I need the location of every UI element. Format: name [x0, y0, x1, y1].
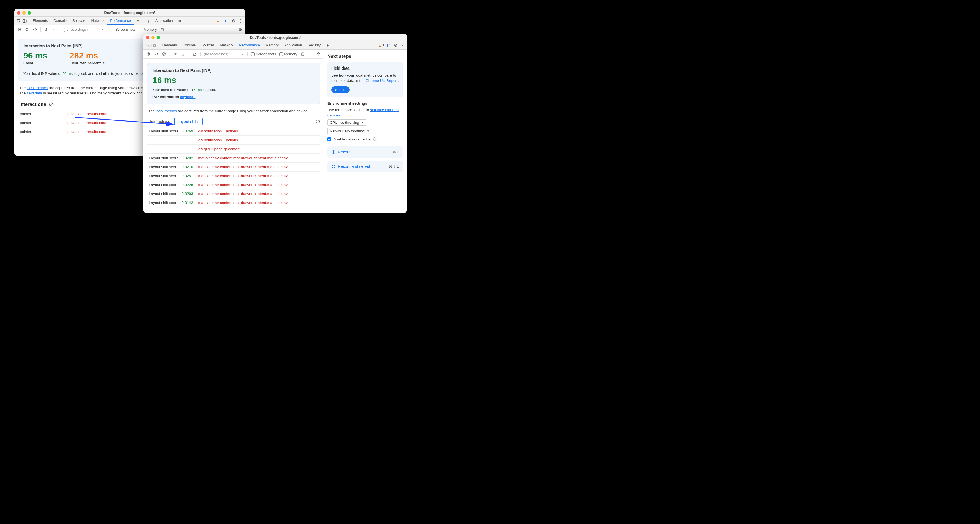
- record-action[interactable]: Record ⌘ E: [327, 147, 403, 158]
- download-icon[interactable]: [181, 52, 185, 56]
- inp-local-value: 96 ms: [24, 51, 47, 61]
- kebab-icon[interactable]: ⋮: [400, 43, 405, 48]
- upload-icon[interactable]: [44, 27, 49, 32]
- inspect-icon[interactable]: [145, 43, 151, 48]
- panel-settings-icon[interactable]: ⚙: [317, 51, 320, 56]
- settings-icon[interactable]: ⚙: [232, 18, 235, 24]
- tab-application[interactable]: Application: [282, 41, 305, 49]
- perf-toolbar: (no recordings) ▼ Screenshots Memory ⚙: [143, 50, 323, 59]
- shift-selector: mat-sidenav-content.mat-drawer-content.m…: [198, 201, 319, 205]
- window-title: DevTools - fonts.google.com/: [14, 11, 245, 15]
- local-metrics-link[interactable]: local metrics: [27, 86, 48, 90]
- record-reload-label: Record and reload: [338, 164, 370, 169]
- table-row[interactable]: Layout shift score: 0.0228 mat-sidenav-c…: [147, 180, 320, 190]
- inp-interaction-link[interactable]: keyboard: [180, 95, 196, 99]
- record-icon[interactable]: [17, 27, 22, 32]
- kebab-icon[interactable]: ⋮: [238, 18, 243, 24]
- disable-cache-label: Disable network cache: [332, 137, 371, 141]
- table-row[interactable]: Layout shift score: 0.0203 mat-sidenav-c…: [147, 190, 320, 198]
- shift-selector: div.notification__actions: [198, 138, 319, 142]
- settings-icon[interactable]: ⚙: [394, 43, 398, 48]
- svg-rect-17: [302, 53, 304, 55]
- screenshots-checkbox[interactable]: Screenshots: [111, 27, 135, 32]
- table-row[interactable]: div.gf-full-page.gf-content: [147, 145, 320, 154]
- help-icon[interactable]: ?: [374, 137, 377, 141]
- device-toolbar-icon[interactable]: [22, 18, 27, 24]
- table-row[interactable]: Layout shift score: 0.0270 mat-sidenav-c…: [147, 162, 320, 172]
- record-label: Record: [338, 150, 350, 154]
- shift-selector: mat-sidenav-content.mat-drawer-content.m…: [198, 156, 319, 160]
- record-shortcut: ⌘ E: [393, 150, 399, 154]
- tab-security[interactable]: Security: [305, 41, 323, 49]
- reload-icon[interactable]: [25, 27, 29, 32]
- screenshots-checkbox[interactable]: Screenshots: [251, 52, 276, 56]
- recordings-dropdown[interactable]: (no recordings) ▼: [64, 27, 103, 32]
- cpu-throttle-select[interactable]: CPU: No throttling▼: [327, 119, 366, 126]
- more-tabs-icon[interactable]: ≫: [324, 43, 331, 48]
- more-tabs-icon[interactable]: ≫: [176, 19, 183, 23]
- inp-interaction: INP interaction keyboard: [153, 94, 315, 100]
- interaction-type: pointer: [20, 121, 67, 125]
- tab-performance[interactable]: Performance: [236, 41, 262, 49]
- tab-elements[interactable]: Elements: [30, 17, 51, 25]
- memory-checkbox[interactable]: Memory: [139, 27, 157, 32]
- download-icon[interactable]: [52, 27, 56, 32]
- field-data-title: Field data: [331, 66, 399, 70]
- setup-button[interactable]: Set up: [331, 86, 350, 93]
- window-title: DevTools - fonts.google.com/: [143, 35, 407, 40]
- device-toolbar-icon[interactable]: [151, 43, 156, 48]
- disable-cache-checkbox[interactable]: [327, 137, 331, 141]
- tab-interactions[interactable]: Interactions: [147, 118, 173, 126]
- panel-settings-icon[interactable]: ⚙: [239, 27, 242, 32]
- tab-memory[interactable]: Memory: [134, 17, 153, 25]
- record-reload-action[interactable]: Record and reload ⌘ ⇧ E: [327, 161, 403, 172]
- sub-tablist: Interactions Layout shifts: [147, 116, 320, 127]
- table-row[interactable]: Layout shift score: 0.0142 mat-sidenav-c…: [147, 198, 320, 207]
- env-settings: Environment settings Use the device tool…: [327, 101, 403, 143]
- issues-badge[interactable]: ▮1: [387, 43, 391, 47]
- network-throttle-select[interactable]: Network: No throttling▼: [327, 128, 372, 134]
- svg-line-9: [50, 103, 53, 105]
- field-data-link[interactable]: field data: [27, 91, 42, 95]
- tab-performance[interactable]: Performance: [107, 17, 134, 25]
- tab-elements[interactable]: Elements: [159, 41, 180, 49]
- tab-memory[interactable]: Memory: [263, 41, 282, 49]
- shift-selector: mat-sidenav-content.mat-drawer-content.m…: [198, 183, 319, 187]
- table-row[interactable]: Layout shift score: 0.0251 mat-sidenav-c…: [147, 172, 320, 180]
- record-icon[interactable]: [146, 52, 151, 56]
- reload-icon[interactable]: [154, 52, 158, 56]
- gc-icon[interactable]: [301, 52, 305, 56]
- tab-sources[interactable]: Sources: [199, 41, 218, 49]
- clear-icon[interactable]: [33, 27, 37, 32]
- warnings-badge[interactable]: ▲1: [378, 43, 385, 48]
- recordings-dropdown[interactable]: (no recordings) ▼: [204, 52, 244, 56]
- shift-selector: mat-sidenav-content.mat-drawer-content.m…: [198, 165, 319, 169]
- tab-sources[interactable]: Sources: [70, 17, 89, 25]
- home-icon[interactable]: [192, 52, 197, 56]
- local-metrics-link[interactable]: local metrics: [156, 109, 177, 113]
- warnings-badge[interactable]: ▲2: [216, 19, 223, 23]
- svg-rect-12: [154, 45, 155, 47]
- tab-application[interactable]: Application: [153, 17, 176, 25]
- crux-link[interactable]: Chrome UX Report: [366, 78, 398, 83]
- tab-network[interactable]: Network: [218, 41, 237, 49]
- upload-icon[interactable]: [173, 52, 178, 56]
- tab-layout-shifts[interactable]: Layout shifts: [174, 118, 203, 126]
- table-row[interactable]: Layout shift score: 0.0269 div.notificat…: [147, 127, 320, 136]
- tab-network[interactable]: Network: [89, 17, 108, 25]
- block-icon[interactable]: [315, 119, 320, 124]
- table-row[interactable]: Layout shift score: 0.0282 mat-sidenav-c…: [147, 154, 320, 162]
- shift-selector: mat-sidenav-content.mat-drawer-content.m…: [198, 174, 319, 178]
- svg-line-19: [317, 120, 319, 123]
- svg-line-16: [163, 53, 165, 55]
- side-heading: Next steps: [327, 54, 403, 59]
- table-row[interactable]: div.notification__actions: [147, 136, 320, 145]
- tab-console[interactable]: Console: [51, 17, 70, 25]
- clear-icon[interactable]: [162, 52, 166, 56]
- inspect-icon[interactable]: [16, 18, 22, 24]
- memory-checkbox[interactable]: Memory: [279, 52, 297, 56]
- tab-console[interactable]: Console: [180, 41, 199, 49]
- issues-badge[interactable]: ▮1: [224, 19, 229, 23]
- gc-icon[interactable]: [160, 27, 164, 32]
- warn-count: 1: [383, 43, 385, 47]
